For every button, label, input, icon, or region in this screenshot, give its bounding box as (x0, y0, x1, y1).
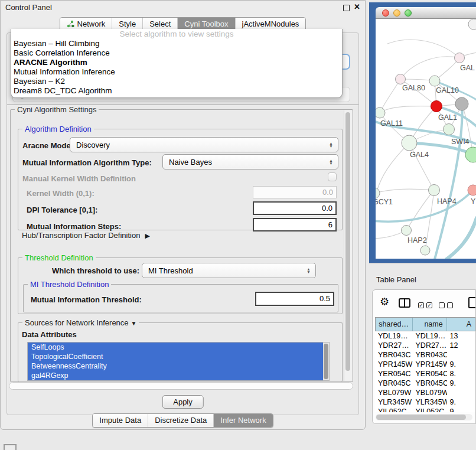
table-horizontal-scrollbar[interactable] (376, 414, 472, 420)
table-cell: 13 (447, 331, 476, 341)
dpi-tolerance-input[interactable]: 0.0 (253, 201, 337, 215)
algorithm-option[interactable]: Bayesian – K2 (11, 77, 342, 86)
table-row[interactable]: YDL19…YDL19…13 (375, 331, 475, 341)
algorithm-option[interactable]: Mutual Information Inference (11, 67, 342, 77)
network-node[interactable] (376, 107, 385, 118)
table-cell (447, 388, 476, 397)
manual-kernel-label: Manual Kernel Width Definition (22, 174, 136, 183)
network-edge (380, 106, 436, 113)
table-cell: 9. (447, 360, 476, 369)
table-cell: 9. (447, 379, 476, 388)
mi-steps-input[interactable]: 6 (253, 218, 337, 231)
close-traffic-light-icon[interactable] (382, 9, 389, 17)
hub-tf-definition-label: Hub/Transcription Factor Definition (22, 231, 140, 240)
apply-button[interactable]: Apply (162, 395, 204, 409)
mi-steps-label: Mutual Information Steps: (27, 222, 121, 231)
tab-infer-network[interactable]: Infer Network (214, 414, 272, 427)
network-edge (409, 143, 434, 190)
algorithm-option[interactable]: Basic Correlation Inference (11, 48, 342, 58)
network-view-frame: GALGAL80GAL10GAL1GAL11SWI4GAL4GCY1HAP4YH… (369, 2, 476, 263)
group-title: MI Threshold Definition (28, 280, 111, 289)
network-node[interactable] (402, 226, 412, 236)
network-edge (400, 57, 459, 79)
network-node[interactable] (455, 97, 468, 110)
settings-horizontal-scrollbar[interactable] (9, 382, 353, 390)
network-node[interactable] (468, 19, 476, 30)
table-row[interactable]: YBR043CYBR043C (375, 350, 475, 360)
column-header[interactable]: shared… (376, 318, 413, 331)
network-node[interactable] (396, 74, 406, 84)
table-cell: YDR27… (375, 341, 413, 350)
network-node[interactable] (376, 188, 380, 198)
table-row[interactable]: YER054CYER054C8. (375, 369, 475, 379)
sources-group-title[interactable]: Sources for Network Inference▼ (22, 318, 139, 327)
algorithm-option[interactable]: ARACNE Algorithm (11, 58, 342, 67)
network-node[interactable] (420, 246, 430, 255)
data-attributes-list[interactable]: SelfLoopsTopologicalCoefficientBetweenne… (27, 342, 330, 381)
table-row[interactable]: YPR145WYPR145W9. (375, 360, 475, 369)
attribute-list-item[interactable]: gal4RGexp (28, 371, 329, 380)
table-row[interactable]: YBR045CYBR045C9. (375, 379, 475, 388)
table-cell: 9. (447, 397, 476, 407)
network-node-label: Y (471, 197, 476, 206)
network-canvas[interactable]: GALGAL80GAL10GAL1GAL11SWI4GAL4GCY1HAP4YH… (376, 19, 476, 259)
tab-impute-data[interactable]: Impute Data (93, 414, 148, 427)
which-threshold-select[interactable]: MI Threshold ▲▼ (142, 263, 316, 278)
network-node[interactable] (429, 185, 440, 196)
minimize-traffic-light-icon[interactable] (393, 9, 400, 17)
table-cell: YBR045C (413, 379, 447, 388)
split-columns-icon[interactable] (399, 298, 410, 308)
network-node[interactable] (431, 101, 442, 112)
tab-discretize-data[interactable]: Discretize Data (148, 414, 214, 427)
table-cell (447, 350, 476, 360)
dpi-tolerance-label: DPI Tolerance [0,1]: (27, 206, 97, 214)
docked-mini-icon[interactable] (4, 444, 17, 450)
attribute-list-item[interactable]: SelfLoops (28, 343, 329, 352)
hub-tf-definition-toggle[interactable]: Hub/Transcription Factor Definition▶ (22, 231, 150, 240)
aracne-mode-select[interactable]: Discovery ▲▼ (70, 137, 338, 152)
mi-threshold-input[interactable]: 0.5 (255, 292, 334, 306)
column-header[interactable]: name (413, 318, 447, 331)
network-window-titlebar[interactable] (376, 7, 476, 19)
list-vertical-scrollbar[interactable] (323, 343, 329, 380)
popup-placeholder: Select algorithm to view settings (11, 29, 342, 39)
mi-threshold-definition-group: MI Threshold Definition Mutual Informati… (23, 284, 338, 312)
network-window: GALGAL80GAL10GAL1GAL11SWI4GAL4GCY1HAP4YH… (376, 7, 476, 259)
algorithm-option[interactable]: Bayesian – Hill Climbing (11, 39, 342, 48)
network-node-label: HAP2 (407, 236, 427, 244)
table-row[interactable]: YBL079WYBL079W (375, 388, 475, 397)
table-cell: YDL19… (413, 331, 447, 341)
mi-algorithm-type-select[interactable]: Naive Bayes ▲▼ (162, 154, 338, 169)
algorithm-definition-group: Algorithm Definition Aracne Mode: Discov… (18, 129, 343, 230)
network-node[interactable] (402, 135, 417, 151)
document-icon[interactable] (468, 297, 476, 308)
table-row[interactable]: YIL052CYIL052C9. (375, 407, 475, 412)
table-row[interactable]: YDR27…YDR27…12 (375, 341, 475, 350)
network-node[interactable] (444, 124, 455, 135)
attribute-list-item[interactable]: BetweennessCentrality (28, 361, 329, 371)
network-node[interactable] (429, 76, 440, 86)
column-header[interactable]: A (447, 318, 475, 331)
scrollbar-thumb[interactable] (324, 344, 328, 379)
algorithm-option[interactable]: Dream8 DC_TDC Algorithm (11, 86, 342, 96)
tab-label: Network (77, 19, 106, 28)
gear-icon[interactable]: ⚙ (380, 295, 389, 308)
zoom-traffic-light-icon[interactable] (405, 9, 412, 17)
select-all-checkboxes-icon[interactable]: ✓✓ (418, 299, 435, 310)
table-row[interactable]: YLR345WYLR345W9. (375, 397, 475, 407)
network-node[interactable] (468, 185, 476, 195)
settings-vertical-scrollbar[interactable] (344, 110, 352, 381)
scrollbar-thumb[interactable] (345, 112, 350, 371)
network-node[interactable] (465, 147, 476, 162)
scrollbar-thumb[interactable] (376, 415, 466, 420)
deselect-all-checkboxes-icon[interactable] (439, 299, 455, 310)
combo-stepper-icon: ▲▼ (326, 159, 338, 165)
close-icon[interactable]: ✕ (354, 2, 360, 11)
network-node[interactable] (455, 53, 465, 63)
float-window-icon[interactable] (343, 5, 350, 11)
aracne-mode-label: Aracne Mode: (22, 141, 73, 150)
table-cell: 9. (447, 407, 476, 412)
manual-kernel-checkbox[interactable] (328, 172, 337, 181)
kernel-width-input[interactable]: 0.0 (253, 186, 337, 198)
attribute-list-item[interactable]: TopologicalCoefficient (28, 352, 329, 361)
